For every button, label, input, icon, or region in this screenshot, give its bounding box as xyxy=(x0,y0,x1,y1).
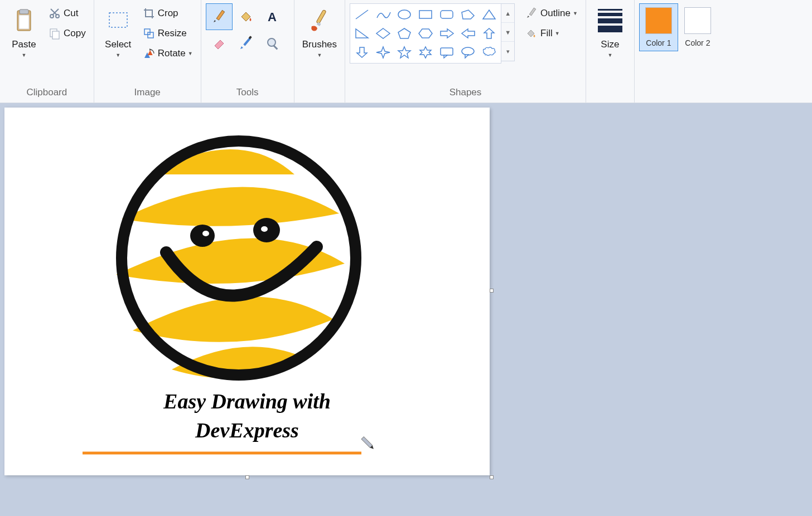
color1-label: Color 1 xyxy=(646,38,671,47)
select-button[interactable]: Select ▼ xyxy=(99,3,138,60)
group-label: Image xyxy=(99,84,196,100)
color1-button[interactable]: Color 1 xyxy=(639,3,678,51)
shape-callout-rect[interactable] xyxy=(436,43,457,62)
shape-arrow-left[interactable] xyxy=(457,24,478,43)
text-tool[interactable]: A xyxy=(259,3,286,30)
canvas-area: Easy Drawing with DevExpress xyxy=(0,103,812,516)
paste-button[interactable]: Paste ▼ xyxy=(4,3,44,60)
svg-marker-14 xyxy=(214,20,216,22)
shape-callout-cloud[interactable] xyxy=(478,43,500,62)
svg-rect-1 xyxy=(20,9,28,14)
resize-label: Resize xyxy=(158,28,187,39)
group-label xyxy=(639,84,717,100)
svg-rect-16 xyxy=(243,38,250,46)
svg-point-42 xyxy=(462,47,474,55)
scissors-icon xyxy=(47,7,62,20)
shape-line[interactable] xyxy=(351,5,373,24)
cut-button[interactable]: Cut xyxy=(44,3,89,23)
svg-marker-32 xyxy=(419,29,432,38)
shape-star6[interactable] xyxy=(415,43,436,62)
svg-rect-26 xyxy=(441,11,453,18)
shape-diamond[interactable] xyxy=(373,24,394,43)
svg-rect-21 xyxy=(316,9,326,24)
shape-oval[interactable] xyxy=(394,5,415,24)
magnifier-tool[interactable] xyxy=(259,30,286,57)
shape-triangle[interactable] xyxy=(478,5,500,24)
ribbon: Paste ▼ Cut Copy Clipboard xyxy=(0,0,812,103)
shape-rect[interactable] xyxy=(415,5,436,24)
resize-handle-bottom[interactable] xyxy=(245,475,249,479)
svg-point-47 xyxy=(190,225,215,247)
rotate-label: Rotate xyxy=(158,48,186,59)
svg-marker-34 xyxy=(462,29,475,38)
resize-handle-corner[interactable] xyxy=(490,475,494,479)
pencil-tool[interactable] xyxy=(206,3,233,30)
shape-round-rect[interactable] xyxy=(436,5,457,24)
svg-rect-9 xyxy=(148,32,153,38)
shape-arrow-down[interactable] xyxy=(351,43,373,62)
size-label: Size xyxy=(601,39,619,50)
cut-label: Cut xyxy=(64,8,78,19)
scroll-down-icon[interactable]: ▼ xyxy=(501,23,514,42)
shape-hexagon[interactable] xyxy=(415,24,436,43)
svg-marker-33 xyxy=(441,29,453,38)
size-button[interactable]: Size ▼ xyxy=(591,3,630,60)
svg-rect-44 xyxy=(529,8,535,16)
color2-label: Color 2 xyxy=(685,38,710,47)
svg-point-19 xyxy=(268,38,276,46)
svg-rect-25 xyxy=(419,11,432,18)
crop-label: Crop xyxy=(158,8,178,19)
shape-arrow-up[interactable] xyxy=(478,24,500,43)
group-label xyxy=(299,84,340,100)
color2-button[interactable]: Color 2 xyxy=(678,3,717,51)
fill-label: Fill xyxy=(540,28,553,39)
copy-button[interactable]: Copy xyxy=(44,23,89,43)
bucket-tool[interactable] xyxy=(233,3,259,30)
svg-rect-7 xyxy=(109,13,127,27)
scroll-up-icon[interactable]: ▲ xyxy=(501,4,514,23)
pencil-outline-icon xyxy=(524,7,539,20)
resize-handle-right[interactable] xyxy=(490,289,494,293)
crop-button[interactable]: Crop xyxy=(138,3,196,23)
brush-icon xyxy=(306,6,333,36)
rotate-button[interactable]: Rotate ▼ xyxy=(138,43,196,64)
shape-curve[interactable] xyxy=(373,5,394,24)
shape-star4[interactable] xyxy=(373,43,394,62)
shape-arrow-right[interactable] xyxy=(436,24,457,43)
resize-button[interactable]: Resize xyxy=(138,23,196,43)
selection-rect-icon xyxy=(106,6,130,36)
svg-rect-13 xyxy=(216,10,224,20)
brushes-button[interactable]: Brushes ▼ xyxy=(299,3,340,60)
shape-grid xyxy=(350,3,501,64)
chevron-down-icon: ▼ xyxy=(188,51,193,56)
resize-icon xyxy=(141,27,157,40)
group-label xyxy=(591,84,630,100)
shape-gallery: ▲ ▼ ▾ xyxy=(350,3,515,64)
color-picker-tool[interactable] xyxy=(233,30,259,57)
shape-star5[interactable] xyxy=(394,43,415,62)
shape-right-triangle[interactable] xyxy=(351,24,373,43)
scroll-more-icon[interactable]: ▾ xyxy=(501,42,514,61)
group-label: Tools xyxy=(206,84,289,100)
svg-rect-8 xyxy=(144,29,150,35)
clipboard-icon xyxy=(13,6,35,36)
chevron-down-icon: ▼ xyxy=(22,52,27,58)
svg-line-23 xyxy=(356,10,368,19)
chevron-down-icon: ▼ xyxy=(317,52,322,58)
shape-pentagon[interactable] xyxy=(394,24,415,43)
shape-callout-oval[interactable] xyxy=(457,43,478,62)
svg-marker-28 xyxy=(483,10,495,19)
fill-button[interactable]: Fill ▼ xyxy=(520,23,581,43)
svg-marker-29 xyxy=(356,29,368,38)
shape-polygon[interactable] xyxy=(457,5,478,24)
canvas[interactable]: Easy Drawing with DevExpress xyxy=(4,108,490,475)
svg-rect-52 xyxy=(361,437,373,448)
svg-rect-40 xyxy=(441,48,453,55)
paste-label: Paste xyxy=(12,39,36,50)
svg-point-24 xyxy=(398,10,410,19)
outline-button[interactable]: Outline ▼ xyxy=(520,3,581,23)
eraser-tool[interactable] xyxy=(206,30,233,57)
chevron-down-icon: ▼ xyxy=(115,52,120,58)
svg-marker-37 xyxy=(376,47,390,58)
svg-point-50 xyxy=(261,226,268,232)
